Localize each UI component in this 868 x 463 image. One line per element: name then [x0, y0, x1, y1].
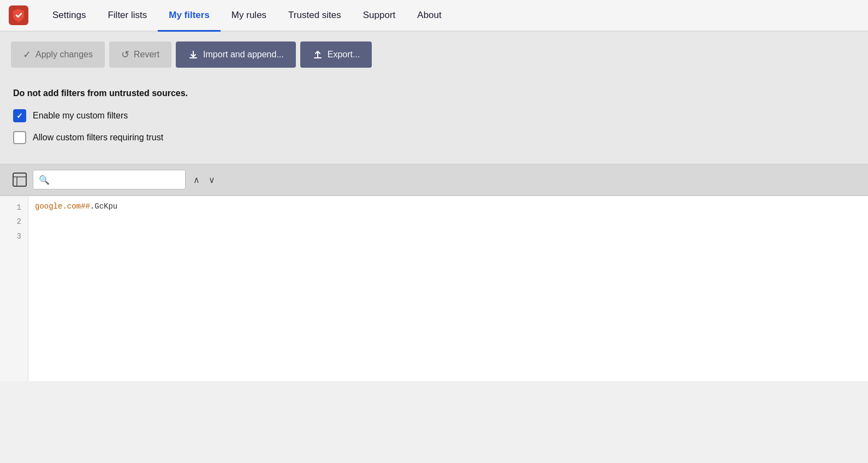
search-next-button[interactable]: ∨ — [205, 173, 218, 187]
nav-arrows: ∧ ∨ — [190, 173, 218, 187]
content-area: Do not add filters from untrusted source… — [0, 78, 868, 164]
allow-trust-filters-row[interactable]: Allow custom filters requiring trust — [13, 131, 855, 144]
search-input[interactable] — [53, 175, 180, 185]
revert-icon: ↺ — [121, 49, 129, 61]
enable-custom-filters-label: Enable my custom filters — [33, 111, 128, 121]
apply-changes-label: Apply changes — [35, 50, 93, 60]
import-icon — [188, 49, 199, 60]
search-input-wrap: 🔍 — [33, 170, 186, 189]
allow-trust-filters-label: Allow custom filters requiring trust — [33, 133, 163, 143]
search-prev-button[interactable]: ∧ — [190, 173, 203, 187]
checkmark-icon: ✓ — [23, 49, 31, 61]
import-append-label: Import and append... — [203, 50, 284, 60]
nav-bar: Settings Filter lists My filters My rule… — [0, 0, 868, 32]
code-selector: .GcKpu — [90, 200, 117, 212]
code-editor[interactable]: google.com##.GcKpu — [28, 196, 868, 381]
nav-item-support[interactable]: Support — [352, 0, 407, 32]
line-num-1: 1 — [0, 200, 28, 215]
warning-text: Do not add filters from untrusted source… — [13, 88, 855, 98]
allow-trust-filters-checkbox[interactable] — [13, 131, 26, 144]
code-domain: google.com## — [35, 200, 90, 212]
search-area: 🔍 ∧ ∨ — [0, 164, 868, 195]
expand-icon[interactable] — [11, 171, 28, 188]
checkmark-icon: ✓ — [16, 111, 23, 120]
search-icon: 🔍 — [39, 175, 50, 185]
nav-item-my-rules[interactable]: My rules — [221, 0, 277, 32]
svg-rect-1 — [13, 173, 26, 186]
nav-item-my-filters[interactable]: My filters — [158, 0, 221, 32]
export-button[interactable]: Export... — [300, 41, 372, 68]
enable-custom-filters-checkbox[interactable]: ✓ — [13, 109, 26, 122]
toolbar: ✓ Apply changes ↺ Revert Import and appe… — [0, 32, 868, 78]
apply-changes-button[interactable]: ✓ Apply changes — [11, 41, 105, 68]
line-numbers: 1 2 3 — [0, 196, 28, 381]
editor-area: 1 2 3 google.com##.GcKpu — [0, 195, 868, 381]
revert-button[interactable]: ↺ Revert — [109, 41, 171, 68]
enable-custom-filters-row[interactable]: ✓ Enable my custom filters — [13, 109, 855, 122]
nav-item-trusted-sites[interactable]: Trusted sites — [277, 0, 352, 32]
revert-label: Revert — [134, 50, 159, 60]
line-num-3: 3 — [0, 229, 28, 244]
export-icon — [312, 49, 323, 60]
nav-item-filter-lists[interactable]: Filter lists — [97, 0, 158, 32]
import-append-button[interactable]: Import and append... — [176, 41, 296, 68]
app-logo — [9, 5, 28, 25]
nav-item-about[interactable]: About — [406, 0, 452, 32]
line-num-2: 2 — [0, 215, 28, 229]
export-label: Export... — [328, 50, 360, 60]
nav-item-settings[interactable]: Settings — [41, 0, 97, 32]
code-line-1: google.com##.GcKpu — [35, 200, 861, 212]
